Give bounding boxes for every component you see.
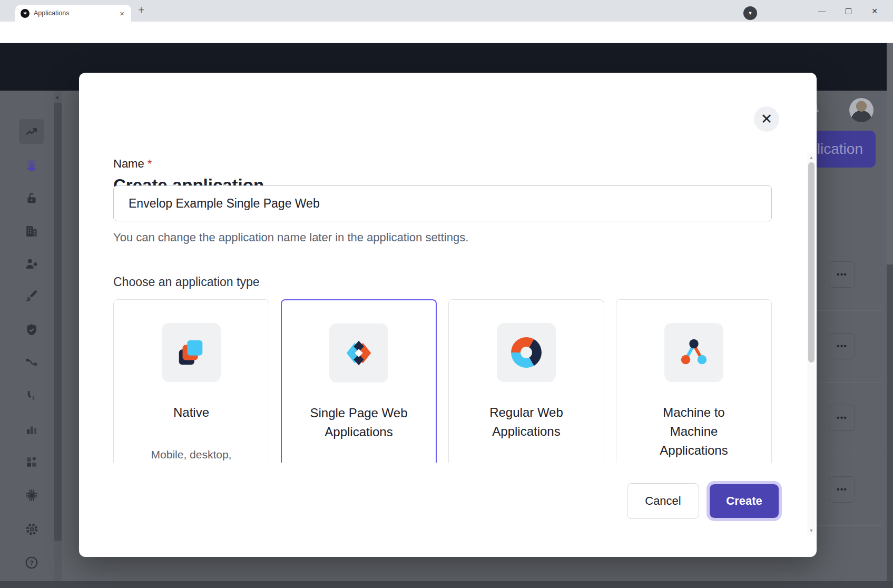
app-row-menu-button[interactable]: •••	[829, 405, 855, 431]
card-description: Mobile, desktop, CLI and smart	[144, 446, 238, 463]
horizontal-scrollbar[interactable]	[0, 581, 893, 588]
name-helper-text: You can change the application name late…	[113, 231, 772, 244]
tab-close-icon[interactable]: ×	[118, 9, 126, 18]
sidebar-item-branding[interactable]	[19, 283, 44, 309]
user-avatar[interactable]	[849, 98, 874, 122]
svg-text:?: ?	[30, 559, 34, 567]
window-close-button[interactable]: ✕	[867, 5, 882, 17]
layers-icon	[24, 158, 39, 173]
window-minimize-button[interactable]: —	[814, 5, 830, 17]
app-type-card-machine-to-machine[interactable]: Machine to Machine Applications	[616, 299, 772, 463]
app-row-menu-button[interactable]: •••	[829, 333, 855, 359]
actions-flow-icon	[25, 356, 38, 370]
sidebar-item-organizations[interactable]	[19, 219, 44, 244]
modal-scroll-area: Name* You can change the application nam…	[79, 153, 808, 463]
create-application-modal: Create application ✕ Name* You can chang…	[79, 73, 817, 557]
shield-check-icon	[25, 323, 38, 337]
required-asterisk: *	[148, 157, 152, 170]
sidebar-item-user-management[interactable]	[19, 251, 44, 277]
tab-title: Applications	[34, 9, 118, 17]
sidebar-item-marketplace[interactable]	[19, 449, 44, 475]
sidebar-item-settings[interactable]	[19, 516, 44, 542]
sidebar-item-help[interactable]: ?	[19, 550, 44, 575]
trending-up-icon	[25, 125, 38, 139]
paintbrush-icon	[25, 289, 38, 303]
card-title: Native	[136, 403, 247, 422]
sidebar-item-activity[interactable]	[19, 119, 44, 144]
card-title: Machine to Machine Applications	[639, 403, 749, 460]
sidebar-item-applications[interactable]	[19, 153, 44, 178]
sidebar-item-security[interactable]	[19, 317, 44, 342]
application-name-input[interactable]	[113, 185, 772, 221]
browser-tab-applications[interactable]: ✶ Applications ×	[15, 5, 131, 22]
application-type-label: Choose an application type	[113, 275, 772, 289]
cancel-button[interactable]: Cancel	[627, 483, 699, 519]
sidebar-item-monitoring[interactable]	[19, 416, 44, 442]
sidebar-item-auth-pipeline[interactable]	[19, 384, 44, 409]
sidebar-scroll-up-arrow[interactable]: ▲	[55, 94, 60, 100]
modal-scrollbar-thumb[interactable]	[808, 162, 815, 362]
app-row-menu-button[interactable]: •••	[829, 476, 855, 503]
modal-close-button[interactable]: ✕	[754, 106, 779, 132]
app-type-card-single-page[interactable]: Single Page Web Applications A JavaScrip…	[281, 299, 437, 463]
app-type-card-regular-web[interactable]: Regular Web Applications Traditional web	[448, 299, 604, 463]
user-gear-icon	[25, 257, 38, 271]
card-title: Single Page Web Applications	[303, 404, 414, 442]
create-button[interactable]: Create	[710, 484, 779, 518]
machine-to-machine-icon	[664, 323, 723, 382]
tab-search-icon[interactable]: ▼	[743, 6, 757, 20]
regular-web-icon	[497, 323, 556, 382]
pipeline-hook-icon	[25, 389, 38, 403]
building-icon	[25, 224, 38, 238]
help-circle-icon: ?	[25, 556, 38, 570]
modal-scroll-up-arrow[interactable]: ▲	[808, 155, 815, 160]
sidebar-item-authentication[interactable]	[19, 185, 44, 211]
sidebar-item-actions[interactable]	[19, 350, 44, 376]
new-tab-button[interactable]: +	[138, 4, 144, 16]
sidebar-item-extensions[interactable]	[19, 483, 44, 508]
page-scrollbar-thumb[interactable]	[887, 43, 893, 264]
modal-scroll-down-arrow[interactable]: ▼	[808, 528, 815, 533]
auth0-favicon-icon: ✶	[21, 9, 30, 18]
sidebar-scrollbar-thumb[interactable]	[54, 103, 62, 541]
unlock-icon	[25, 191, 38, 205]
window-maximize-button[interactable]	[840, 5, 856, 17]
bar-chart-icon	[25, 422, 38, 436]
sidebar-nav: ?	[0, 91, 62, 588]
card-title: Regular Web Applications	[471, 403, 582, 441]
grid-plus-icon	[25, 455, 38, 469]
app-type-card-native[interactable]: Native Mobile, desktop, CLI and smart	[113, 299, 269, 463]
browser-tab-bar: ✶ Applications × + ▼ — ✕	[0, 0, 893, 22]
app-row-menu-button[interactable]: •••	[829, 261, 855, 288]
spa-icon	[329, 324, 388, 383]
chip-icon	[25, 488, 38, 502]
name-label: Name*	[113, 157, 772, 171]
browser-toolbar: ← → ↻ manage.auth0.com/dashboard/eu/drea…	[0, 22, 893, 43]
native-icon	[162, 323, 221, 382]
gear-icon	[25, 522, 39, 536]
